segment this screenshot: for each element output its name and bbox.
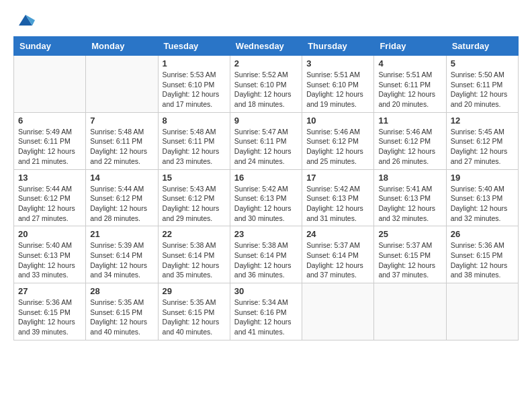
day-info: Sunrise: 5:50 AM Sunset: 6:11 PM Dayligh… (451, 70, 514, 109)
page-header (13, 13, 519, 30)
day-number: 24 (306, 229, 369, 239)
day-number: 16 (234, 173, 298, 183)
calendar-cell: 24Sunrise: 5:37 AM Sunset: 6:14 PM Dayli… (302, 226, 374, 283)
day-number: 15 (163, 173, 226, 183)
day-info: Sunrise: 5:47 AM Sunset: 6:11 PM Dayligh… (234, 127, 298, 167)
day-number: 25 (378, 229, 441, 239)
calendar-cell: 5Sunrise: 5:50 AM Sunset: 6:11 PM Daylig… (446, 56, 518, 113)
day-number: 1 (163, 58, 226, 68)
header-thursday: Thursday (302, 37, 374, 56)
calendar-cell: 1Sunrise: 5:53 AM Sunset: 6:10 PM Daylig… (158, 56, 230, 113)
day-info: Sunrise: 5:46 AM Sunset: 6:12 PM Dayligh… (378, 127, 441, 167)
day-info: Sunrise: 5:42 AM Sunset: 6:13 PM Dayligh… (306, 184, 369, 224)
day-number: 21 (90, 229, 153, 239)
day-number: 27 (18, 286, 81, 296)
day-number: 26 (451, 229, 514, 239)
day-number: 12 (451, 116, 514, 126)
header-monday: Monday (86, 37, 158, 56)
calendar: SundayMondayTuesdayWednesdayThursdayFrid… (13, 36, 519, 340)
day-info: Sunrise: 5:39 AM Sunset: 6:14 PM Dayligh… (90, 240, 153, 280)
day-number: 9 (234, 116, 298, 126)
calendar-cell: 18Sunrise: 5:41 AM Sunset: 6:13 PM Dayli… (374, 169, 446, 226)
day-info: Sunrise: 5:53 AM Sunset: 6:10 PM Dayligh… (163, 70, 226, 109)
day-info: Sunrise: 5:48 AM Sunset: 6:11 PM Dayligh… (90, 127, 153, 167)
calendar-cell: 26Sunrise: 5:36 AM Sunset: 6:15 PM Dayli… (446, 226, 518, 283)
day-number: 10 (306, 116, 369, 126)
day-number: 28 (90, 286, 153, 296)
day-info: Sunrise: 5:35 AM Sunset: 6:15 PM Dayligh… (163, 298, 226, 337)
day-info: Sunrise: 5:49 AM Sunset: 6:11 PM Dayligh… (18, 127, 81, 167)
calendar-cell: 23Sunrise: 5:38 AM Sunset: 6:14 PM Dayli… (230, 226, 302, 283)
day-number: 20 (18, 229, 81, 239)
calendar-cell (86, 56, 158, 113)
day-number: 19 (451, 173, 514, 183)
day-number: 18 (378, 173, 441, 183)
day-number: 3 (306, 58, 369, 68)
day-info: Sunrise: 5:43 AM Sunset: 6:12 PM Dayligh… (163, 184, 226, 224)
day-info: Sunrise: 5:38 AM Sunset: 6:14 PM Dayligh… (234, 240, 298, 280)
calendar-cell: 16Sunrise: 5:42 AM Sunset: 6:13 PM Dayli… (230, 169, 302, 226)
calendar-cell: 13Sunrise: 5:44 AM Sunset: 6:12 PM Dayli… (14, 169, 86, 226)
calendar-cell: 3Sunrise: 5:51 AM Sunset: 6:10 PM Daylig… (302, 56, 374, 113)
calendar-cell (14, 56, 86, 113)
calendar-cell: 29Sunrise: 5:35 AM Sunset: 6:15 PM Dayli… (158, 283, 230, 340)
header-saturday: Saturday (446, 37, 518, 56)
calendar-cell: 10Sunrise: 5:46 AM Sunset: 6:12 PM Dayli… (302, 112, 374, 169)
day-info: Sunrise: 5:52 AM Sunset: 6:10 PM Dayligh… (234, 70, 298, 109)
day-info: Sunrise: 5:42 AM Sunset: 6:13 PM Dayligh… (234, 184, 298, 224)
day-number: 11 (378, 116, 441, 126)
logo (13, 13, 35, 30)
day-number: 14 (90, 173, 153, 183)
calendar-cell: 14Sunrise: 5:44 AM Sunset: 6:12 PM Dayli… (86, 169, 158, 226)
calendar-cell: 20Sunrise: 5:40 AM Sunset: 6:13 PM Dayli… (14, 226, 86, 283)
logo-icon (16, 11, 35, 30)
day-info: Sunrise: 5:40 AM Sunset: 6:13 PM Dayligh… (451, 184, 514, 224)
calendar-cell: 30Sunrise: 5:34 AM Sunset: 6:16 PM Dayli… (230, 283, 302, 340)
calendar-cell: 19Sunrise: 5:40 AM Sunset: 6:13 PM Dayli… (446, 169, 518, 226)
calendar-cell: 28Sunrise: 5:35 AM Sunset: 6:15 PM Dayli… (86, 283, 158, 340)
calendar-cell: 2Sunrise: 5:52 AM Sunset: 6:10 PM Daylig… (230, 56, 302, 113)
calendar-week-4: 27Sunrise: 5:36 AM Sunset: 6:15 PM Dayli… (14, 283, 519, 340)
calendar-week-2: 13Sunrise: 5:44 AM Sunset: 6:12 PM Dayli… (14, 169, 519, 226)
day-info: Sunrise: 5:51 AM Sunset: 6:10 PM Dayligh… (306, 70, 369, 109)
day-info: Sunrise: 5:48 AM Sunset: 6:11 PM Dayligh… (163, 127, 226, 167)
day-number: 4 (378, 58, 441, 68)
day-number: 29 (163, 286, 226, 296)
calendar-cell: 4Sunrise: 5:51 AM Sunset: 6:11 PM Daylig… (374, 56, 446, 113)
day-info: Sunrise: 5:41 AM Sunset: 6:13 PM Dayligh… (378, 184, 441, 224)
calendar-cell: 11Sunrise: 5:46 AM Sunset: 6:12 PM Dayli… (374, 112, 446, 169)
calendar-cell: 17Sunrise: 5:42 AM Sunset: 6:13 PM Dayli… (302, 169, 374, 226)
day-number: 17 (306, 173, 369, 183)
header-wednesday: Wednesday (230, 37, 302, 56)
day-info: Sunrise: 5:40 AM Sunset: 6:13 PM Dayligh… (18, 240, 81, 280)
day-info: Sunrise: 5:46 AM Sunset: 6:12 PM Dayligh… (306, 127, 369, 167)
calendar-cell: 8Sunrise: 5:48 AM Sunset: 6:11 PM Daylig… (158, 112, 230, 169)
calendar-week-1: 6Sunrise: 5:49 AM Sunset: 6:11 PM Daylig… (14, 112, 519, 169)
calendar-cell: 9Sunrise: 5:47 AM Sunset: 6:11 PM Daylig… (230, 112, 302, 169)
calendar-cell: 6Sunrise: 5:49 AM Sunset: 6:11 PM Daylig… (14, 112, 86, 169)
day-info: Sunrise: 5:51 AM Sunset: 6:11 PM Dayligh… (378, 70, 441, 109)
calendar-cell: 15Sunrise: 5:43 AM Sunset: 6:12 PM Dayli… (158, 169, 230, 226)
day-number: 13 (18, 173, 81, 183)
day-number: 30 (234, 286, 298, 296)
calendar-week-3: 20Sunrise: 5:40 AM Sunset: 6:13 PM Dayli… (14, 226, 519, 283)
day-info: Sunrise: 5:45 AM Sunset: 6:12 PM Dayligh… (451, 127, 514, 167)
calendar-cell: 21Sunrise: 5:39 AM Sunset: 6:14 PM Dayli… (86, 226, 158, 283)
calendar-week-0: 1Sunrise: 5:53 AM Sunset: 6:10 PM Daylig… (14, 56, 519, 113)
day-info: Sunrise: 5:36 AM Sunset: 6:15 PM Dayligh… (451, 240, 514, 280)
day-number: 22 (163, 229, 226, 239)
day-info: Sunrise: 5:37 AM Sunset: 6:15 PM Dayligh… (378, 240, 441, 280)
header-tuesday: Tuesday (158, 37, 230, 56)
day-info: Sunrise: 5:44 AM Sunset: 6:12 PM Dayligh… (18, 184, 81, 224)
day-number: 7 (90, 116, 153, 126)
calendar-cell: 7Sunrise: 5:48 AM Sunset: 6:11 PM Daylig… (86, 112, 158, 169)
calendar-cell (302, 283, 374, 340)
calendar-cell (374, 283, 446, 340)
day-info: Sunrise: 5:44 AM Sunset: 6:12 PM Dayligh… (90, 184, 153, 224)
calendar-header-row: SundayMondayTuesdayWednesdayThursdayFrid… (14, 37, 519, 56)
day-info: Sunrise: 5:37 AM Sunset: 6:14 PM Dayligh… (306, 240, 369, 280)
day-info: Sunrise: 5:36 AM Sunset: 6:15 PM Dayligh… (18, 298, 81, 337)
day-info: Sunrise: 5:38 AM Sunset: 6:14 PM Dayligh… (163, 240, 226, 280)
header-sunday: Sunday (14, 37, 86, 56)
calendar-cell: 12Sunrise: 5:45 AM Sunset: 6:12 PM Dayli… (446, 112, 518, 169)
